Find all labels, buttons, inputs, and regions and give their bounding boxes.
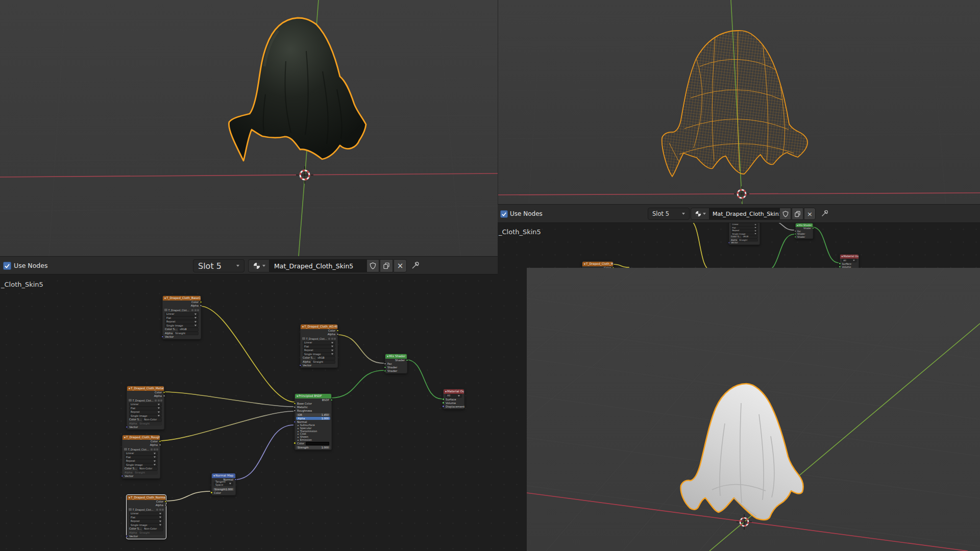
node-socket[interactable] [159, 440, 161, 443]
cloth-object-shaded[interactable] [229, 18, 366, 161]
node-header[interactable]: ▼T_Draped_Cloth_Metalness [582, 262, 613, 266]
node-header[interactable]: ▼Principled BSDF [295, 394, 331, 398]
node-socket[interactable] [293, 403, 296, 405]
node-header[interactable]: ▼T_Draped_Cloth_Roughness.M.001 [122, 435, 160, 440]
node-select-row[interactable]: All [840, 259, 859, 262]
node-tex-partial[interactable]: ▼T_Draped_Cloth_AOColorAlphaT_Draped_Clo… [729, 223, 760, 245]
pin-icon[interactable] [410, 261, 421, 271]
node-tex-basecolor[interactable]: ▼T_Draped_Cloth_BaseColor.1001ColorAlpha… [162, 295, 201, 339]
unlink-material-button[interactable]: × [804, 208, 816, 220]
node-socket[interactable] [442, 402, 445, 404]
node-header[interactable]: ▼Material Output [840, 255, 859, 259]
node-socket[interactable] [384, 370, 386, 372]
node-socket[interactable] [812, 228, 814, 230]
node-socket[interactable] [795, 230, 797, 232]
node-select-row[interactable]: Single Image [127, 523, 165, 528]
duplicate-material-button[interactable] [792, 208, 803, 220]
node-socket[interactable] [200, 305, 202, 307]
unlink-material-button[interactable]: × [394, 259, 407, 272]
node-socket[interactable] [406, 359, 408, 362]
node-tex-metalness[interactable]: ▼T_Draped_Cloth_MetalnessColorAlphaT_Dra… [127, 386, 164, 430]
node-socket[interactable] [293, 442, 296, 444]
browse-material-button[interactable] [691, 208, 709, 220]
material-slot-dropdown[interactable]: Slot 5 [648, 208, 690, 220]
node-socket[interactable] [210, 491, 213, 494]
node-select-row[interactable]: Repeat [163, 320, 201, 324]
node-socket[interactable] [839, 262, 841, 264]
node-socket[interactable] [126, 535, 128, 538]
node-select-row[interactable]: AlphaStraight [122, 471, 160, 475]
node-select-row[interactable]: Single Image [163, 324, 201, 328]
node-select-row[interactable]: Flat [122, 456, 160, 460]
cloth-object-wireframe[interactable] [659, 28, 812, 179]
node-socket[interactable] [234, 479, 237, 481]
node-slider[interactable]: Strength1.000 [213, 488, 234, 491]
material-name-field[interactable]: Mat_Draped_Cloth_Skin5 [270, 259, 366, 272]
node-socket[interactable] [293, 421, 296, 423]
node-header[interactable]: ▼Mix Shader [385, 354, 407, 359]
node-socket[interactable] [795, 233, 797, 235]
image-datablock-row[interactable]: T_Draped_Clot... [163, 308, 201, 312]
node-normal-map[interactable]: ▼Normal MapNormalTangent SpaceStrength1.… [211, 473, 236, 495]
shader-editor-left[interactable]: _Cloth_Skin5 ▼T_Draped_Cloth_BaseColor.1… [0, 274, 498, 551]
node-socket[interactable] [336, 330, 339, 332]
node-select-row[interactable]: Flat [127, 516, 165, 520]
node-select-row[interactable]: Flat [163, 316, 201, 320]
node-slider[interactable]: Alpha1.000 [296, 417, 330, 420]
node-select-row[interactable]: Color S...sRGB [163, 328, 201, 332]
node-color-row[interactable]: Color [295, 442, 331, 445]
pin-icon[interactable] [820, 209, 829, 218]
node-socket[interactable] [384, 366, 386, 369]
image-datablock-row[interactable]: T_Draped_Clot... [301, 336, 337, 341]
node-socket[interactable] [330, 399, 333, 402]
node-select-row[interactable]: Single Image [122, 463, 160, 467]
node-socket[interactable] [795, 236, 797, 238]
viewport-material-preview[interactable] [0, 0, 498, 256]
node-socket[interactable] [442, 405, 445, 408]
node-socket[interactable] [299, 364, 302, 367]
node-select-row[interactable]: Repeat [301, 348, 337, 353]
node-select-row[interactable]: AlphaStraight [301, 360, 337, 364]
node-header[interactable]: ▼T_Draped_Cloth_BaseColor.1001 [163, 296, 201, 300]
node-mix-shader-r[interactable]: ▼Mix ShaderShaderFacShaderShader [795, 223, 813, 239]
node-principled-bsdf[interactable]: ▼Principled BSDFBSDFBase ColorMetallicRo… [295, 393, 332, 450]
browse-material-button[interactable] [248, 259, 270, 272]
image-datablock-row[interactable]: T_Draped_Clot... [122, 447, 160, 452]
node-header[interactable]: ▼Material Output [444, 389, 464, 394]
node-select-row[interactable]: Flat [127, 407, 164, 411]
use-nodes-checkbox[interactable] [3, 262, 11, 270]
node-socket[interactable] [159, 444, 161, 446]
node-tex-ao[interactable]: ▼T_Draped_Cloth_AO.49ColorAlphaT_Draped_… [300, 324, 338, 368]
node-select-row[interactable]: AlphaStraight [163, 332, 201, 336]
node-socket[interactable] [163, 395, 165, 397]
fake-user-toggle[interactable] [366, 259, 379, 272]
duplicate-material-button[interactable] [380, 259, 393, 272]
node-socket[interactable] [336, 333, 339, 336]
node-socket[interactable] [126, 426, 128, 429]
node-tex-normal[interactable]: ▼T_Draped_Cloth_Normal.1.001ColorAlphaT_… [127, 495, 166, 539]
node-header[interactable]: ▼Mix Shader [796, 223, 813, 227]
node-select-row[interactable]: AlphaStraight [127, 531, 165, 535]
node-select-row[interactable]: Single Image [301, 353, 337, 357]
node-select-row[interactable]: Flat [301, 345, 337, 349]
node-socket[interactable] [293, 410, 296, 412]
node-socket[interactable] [164, 504, 167, 507]
node-select-row[interactable]: Color S...sRGB [301, 356, 337, 360]
use-nodes-checkbox[interactable] [500, 210, 508, 218]
node-header[interactable]: ▼Normal Map [212, 473, 235, 478]
node-select-row[interactable]: Tangent Space [212, 482, 235, 486]
node-socket[interactable] [161, 336, 164, 338]
node-select-row[interactable]: Color S...Non-Color [122, 467, 160, 471]
cloth-object-solid[interactable] [681, 384, 803, 520]
node-material-output[interactable]: ▼Material OutputAllSurfaceVolumeDisplace… [443, 389, 464, 409]
node-mix-shader[interactable]: ▼Mix ShaderShaderFacShaderShader [385, 354, 407, 373]
node-slider[interactable]: IOR1.450 [296, 413, 330, 416]
node-socket[interactable] [164, 500, 167, 503]
node-select-row[interactable]: Linear [122, 452, 160, 456]
node-tex-roughness[interactable]: ▼T_Draped_Cloth_Roughness.M.001ColorAlph… [122, 435, 160, 479]
viewport-solid[interactable] [527, 268, 980, 551]
node-select-row[interactable]: Linear [301, 341, 337, 345]
node-socket[interactable] [728, 242, 730, 244]
node-select-row[interactable]: Repeat [127, 410, 164, 414]
node-socket[interactable] [293, 406, 296, 409]
